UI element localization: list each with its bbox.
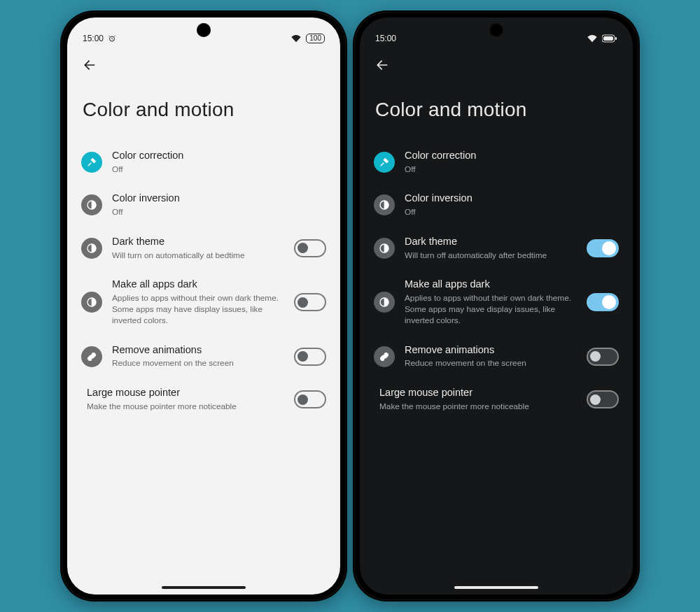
row-color-inversion[interactable]: Color inversion Off <box>73 183 335 226</box>
row-title: Color correction <box>112 149 326 163</box>
row-make-all-apps-dark[interactable]: Make all apps dark Applies to apps witho… <box>73 269 335 334</box>
row-subtitle: Reduce movement on the screen <box>405 358 577 369</box>
remove-animations-toggle[interactable] <box>294 348 326 366</box>
row-color-correction[interactable]: Color correction Off <box>73 141 335 183</box>
contrast-icon <box>374 292 395 313</box>
large-mouse-pointer-toggle[interactable] <box>587 390 619 408</box>
row-title: Make all apps dark <box>405 278 577 292</box>
settings-list: Color correction Off Color inversion Off <box>67 141 340 421</box>
dark-theme-toggle[interactable] <box>294 239 326 257</box>
wifi-icon <box>290 34 302 43</box>
row-subtitle: Reduce movement on the screen <box>112 358 284 369</box>
row-subtitle: Off <box>405 207 619 218</box>
large-mouse-pointer-toggle[interactable] <box>294 390 326 408</box>
status-time: 15:00 <box>375 34 396 43</box>
row-subtitle: Make the mouse pointer more noticeable <box>379 401 577 413</box>
alarm-icon <box>108 34 116 43</box>
row-title: Large mouse pointer <box>87 386 284 400</box>
page-title: Color and motion <box>360 80 633 141</box>
row-title: Color inversion <box>112 192 326 206</box>
row-subtitle: Will turn off automatically after bedtim… <box>405 250 577 262</box>
row-color-correction[interactable]: Color correction Off <box>365 141 627 183</box>
contrast-icon <box>374 238 395 259</box>
battery-icon <box>602 34 617 43</box>
row-subtitle: Off <box>112 164 326 176</box>
row-remove-animations[interactable]: Remove animations Reduce movement on the… <box>365 335 627 378</box>
row-subtitle: Make the mouse pointer more noticeable <box>87 401 284 413</box>
screen-light: 15:00 100 Color and motion <box>67 17 340 595</box>
contrast-icon <box>374 194 395 215</box>
row-dark-theme[interactable]: Dark theme Will turn on automatically at… <box>73 227 335 269</box>
row-title: Color correction <box>405 149 619 163</box>
row-make-all-apps-dark[interactable]: Make all apps dark Applies to apps witho… <box>365 269 627 334</box>
row-title: Remove animations <box>405 343 577 357</box>
camera-cutout <box>197 23 211 37</box>
row-subtitle: Off <box>405 164 619 176</box>
row-dark-theme[interactable]: Dark theme Will turn off automatically a… <box>365 227 627 269</box>
row-subtitle: Applies to apps without their own dark t… <box>112 293 284 327</box>
eyedropper-icon <box>81 152 102 173</box>
row-title: Color inversion <box>405 192 619 206</box>
row-subtitle: Applies to apps without their own dark t… <box>405 293 577 327</box>
row-color-inversion[interactable]: Color inversion Off <box>365 183 627 226</box>
contrast-icon <box>81 238 102 259</box>
status-time: 15:00 <box>83 34 104 43</box>
camera-cutout <box>489 23 503 37</box>
back-button[interactable] <box>370 52 395 78</box>
app-bar <box>67 50 340 80</box>
make-all-apps-dark-toggle[interactable] <box>587 293 619 311</box>
app-bar <box>360 50 633 80</box>
row-title: Dark theme <box>112 235 284 249</box>
battery-icon: 100 <box>306 34 325 43</box>
row-subtitle: Will turn on automatically at bedtime <box>112 250 284 262</box>
svg-rect-6 <box>615 37 617 40</box>
row-large-mouse-pointer[interactable]: Large mouse pointer Make the mouse point… <box>73 378 335 420</box>
phone-dark: 15:00 Color and motion <box>353 10 640 602</box>
link-icon <box>374 346 395 367</box>
eyedropper-icon <box>374 152 395 173</box>
contrast-icon <box>81 194 102 215</box>
wifi-icon <box>587 34 598 43</box>
row-title: Large mouse pointer <box>379 386 577 400</box>
back-button[interactable] <box>77 52 102 78</box>
settings-list: Color correction Off Color inversion Off <box>360 141 633 421</box>
gesture-nav-pill[interactable] <box>454 586 538 589</box>
page-title: Color and motion <box>67 80 340 141</box>
make-all-apps-dark-toggle[interactable] <box>294 293 326 311</box>
gesture-nav-pill[interactable] <box>162 586 246 589</box>
row-subtitle: Off <box>112 207 326 218</box>
phone-light: 15:00 100 Color and motion <box>60 10 347 602</box>
remove-animations-toggle[interactable] <box>587 348 619 366</box>
dark-theme-toggle[interactable] <box>587 239 619 257</box>
screen-dark: 15:00 Color and motion <box>360 17 633 595</box>
contrast-icon <box>81 292 102 313</box>
row-remove-animations[interactable]: Remove animations Reduce movement on the… <box>73 335 335 378</box>
row-title: Make all apps dark <box>112 278 284 292</box>
row-title: Dark theme <box>405 235 577 249</box>
svg-rect-5 <box>603 36 613 41</box>
row-title: Remove animations <box>112 343 284 357</box>
link-icon <box>81 346 102 367</box>
row-large-mouse-pointer[interactable]: Large mouse pointer Make the mouse point… <box>365 378 627 420</box>
